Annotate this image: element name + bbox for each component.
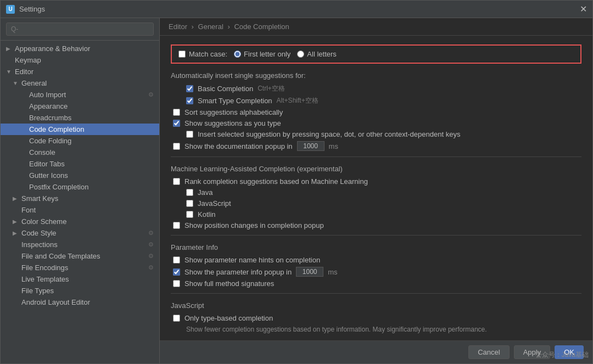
sidebar-item-file-code-templates[interactable]: File and Code Templates ⚙ bbox=[1, 250, 159, 262]
sidebar-item-auto-import[interactable]: Auto Import ⚙ bbox=[1, 89, 159, 100]
match-case-label: Match case: bbox=[189, 50, 227, 58]
ml-title: Machine Learning-Assisted Completion (ex… bbox=[171, 165, 581, 173]
close-button[interactable]: ✕ bbox=[580, 5, 587, 14]
main-panel: Editor › General › Code Completion Match… bbox=[160, 18, 592, 363]
insert-selected-label: Insert selected suggestion by pressing s… bbox=[198, 130, 460, 138]
gear-icon: ⚙ bbox=[148, 264, 154, 271]
sidebar-item-inspections[interactable]: Inspections ⚙ bbox=[1, 239, 159, 250]
arrow-icon: ▶ bbox=[13, 230, 19, 236]
sidebar-item-label: File and Code Templates bbox=[21, 252, 100, 260]
all-letters-radio[interactable] bbox=[297, 51, 304, 58]
cancel-button[interactable]: Cancel bbox=[468, 345, 509, 359]
sidebar-item-smart-keys[interactable]: ▶ Smart Keys bbox=[1, 193, 159, 204]
sidebar-item-label: Code Completion bbox=[29, 125, 84, 133]
kotlin-checkbox[interactable] bbox=[186, 211, 193, 218]
all-letters-radio-label: All letters bbox=[297, 50, 336, 58]
basic-completion-checkbox[interactable] bbox=[186, 85, 193, 92]
first-letter-label: First letter only bbox=[244, 50, 290, 58]
first-letter-radio[interactable] bbox=[234, 51, 241, 58]
search-input[interactable] bbox=[6, 23, 154, 36]
sidebar-item-label: Live Templates bbox=[21, 275, 69, 283]
smart-type-checkbox[interactable] bbox=[186, 97, 193, 104]
sidebar-item-keymap[interactable]: Keymap bbox=[1, 54, 159, 66]
rank-row: Rank completion suggestions based on Mac… bbox=[171, 177, 581, 186]
sidebar-item-appearance[interactable]: Appearance bbox=[1, 100, 159, 112]
show-suggestions-label: Show suggestions as you type bbox=[184, 119, 281, 127]
sort-row: Sort suggestions alphabetically bbox=[171, 108, 581, 116]
main-content: ▶ Appearance & Behavior Keymap ▼ Editor … bbox=[1, 18, 592, 363]
sidebar-item-label: Console bbox=[29, 148, 55, 156]
sidebar-item-appearance-behavior[interactable]: ▶ Appearance & Behavior bbox=[1, 43, 159, 54]
ms-label: ms bbox=[329, 142, 338, 150]
java-label: Java bbox=[198, 188, 212, 197]
show-param-name-checkbox[interactable] bbox=[173, 256, 180, 264]
sidebar-item-color-scheme[interactable]: ▶ Color Scheme bbox=[1, 216, 159, 227]
show-doc-popup-label: Show the documentation popup in bbox=[184, 142, 293, 150]
basic-completion-shortcut: Ctrl+空格 bbox=[258, 84, 285, 93]
sidebar-item-label: Editor Tabs bbox=[29, 160, 65, 168]
sidebar-item-editor-tabs[interactable]: Editor Tabs bbox=[1, 158, 159, 170]
search-box bbox=[1, 18, 159, 41]
rank-label: Rank completion suggestions based on Mac… bbox=[184, 177, 368, 186]
sidebar-tree: ▶ Appearance & Behavior Keymap ▼ Editor … bbox=[1, 41, 159, 363]
sidebar-item-gutter-icons[interactable]: Gutter Icons bbox=[1, 170, 159, 181]
smart-type-label: Smart Type Completion bbox=[198, 97, 272, 105]
sidebar-item-file-types[interactable]: File Types bbox=[1, 285, 159, 296]
match-case-section: Match case: First letter only All letter… bbox=[171, 44, 581, 64]
sidebar-item-android-layout-editor[interactable]: Android Layout Editor bbox=[1, 296, 159, 308]
sidebar-item-label: Font bbox=[21, 206, 36, 214]
gear-icon: ⚙ bbox=[148, 229, 154, 237]
show-param-popup-checkbox[interactable] bbox=[173, 268, 180, 276]
show-full-row: Show full method signatures bbox=[171, 279, 581, 288]
settings-window: U Settings ✕ ▶ Appearance & Behavior Key… bbox=[0, 0, 593, 364]
all-letters-label: All letters bbox=[307, 50, 336, 58]
kotlin-row: Kotlin bbox=[171, 210, 581, 219]
arrow-icon: ▶ bbox=[13, 195, 19, 201]
watermark: 公众号：Java基础 bbox=[535, 350, 589, 360]
sidebar-item-code-completion[interactable]: Code Completion bbox=[1, 124, 159, 135]
show-position-row: Show position changes in completion popu… bbox=[171, 221, 581, 229]
sort-checkbox[interactable] bbox=[173, 109, 180, 116]
gear-icon: ⚙ bbox=[148, 253, 154, 260]
sort-label: Sort suggestions alphabetically bbox=[184, 108, 283, 116]
sidebar-item-code-style[interactable]: ▶ Code Style ⚙ bbox=[1, 227, 159, 239]
show-position-checkbox[interactable] bbox=[173, 222, 180, 229]
sidebar-item-label: Code Style bbox=[21, 229, 57, 237]
sidebar-item-live-templates[interactable]: Live Templates bbox=[1, 273, 159, 285]
show-suggestions-checkbox[interactable] bbox=[173, 120, 180, 127]
insert-selected-checkbox[interactable] bbox=[186, 131, 193, 138]
java-checkbox[interactable] bbox=[186, 189, 193, 196]
match-case-checkbox[interactable] bbox=[178, 51, 186, 58]
show-full-label: Show full method signatures bbox=[184, 279, 274, 288]
sidebar-item-label: Inspections bbox=[21, 240, 58, 249]
rank-checkbox[interactable] bbox=[173, 178, 180, 185]
show-doc-popup-checkbox[interactable] bbox=[173, 143, 180, 150]
window-title: Settings bbox=[19, 5, 45, 13]
sidebar-item-font[interactable]: Font bbox=[1, 204, 159, 216]
sidebar-item-breadcrumbs[interactable]: Breadcrumbs bbox=[1, 112, 159, 124]
show-full-checkbox[interactable] bbox=[173, 280, 180, 287]
app-icon: U bbox=[6, 5, 15, 14]
show-doc-popup-input[interactable]: 1000 bbox=[297, 141, 325, 151]
breadcrumb-sep2: › bbox=[227, 23, 232, 31]
show-param-name-label: Show parameter name hints on completion bbox=[184, 256, 320, 264]
sidebar-item-label: General bbox=[21, 79, 47, 87]
sidebar-item-file-encodings[interactable]: File Encodings ⚙ bbox=[1, 262, 159, 273]
divider3 bbox=[171, 293, 581, 294]
sidebar-item-code-folding[interactable]: Code Folding bbox=[1, 135, 159, 147]
breadcrumb-general: General bbox=[198, 23, 223, 31]
sidebar-item-postfix-completion[interactable]: Postfix Completion bbox=[1, 181, 159, 193]
sidebar-item-editor[interactable]: ▼ Editor bbox=[1, 66, 159, 77]
show-param-popup-input[interactable]: 1000 bbox=[296, 267, 323, 277]
show-doc-popup-row: Show the documentation popup in 1000 ms bbox=[171, 141, 581, 151]
java-row: Java bbox=[171, 188, 581, 197]
arrow-icon: ▼ bbox=[13, 80, 19, 86]
javascript-checkbox[interactable] bbox=[186, 200, 193, 207]
show-fewer-label: Show fewer completion suggestions based … bbox=[186, 325, 487, 334]
show-suggestions-row: Show suggestions as you type bbox=[171, 119, 581, 127]
sidebar-item-label: Smart Keys bbox=[21, 194, 58, 203]
only-type-checkbox[interactable] bbox=[173, 315, 180, 322]
sidebar-item-label: Breadcrumbs bbox=[29, 114, 71, 122]
sidebar-item-console[interactable]: Console bbox=[1, 147, 159, 158]
sidebar-item-general[interactable]: ▼ General bbox=[1, 77, 159, 89]
